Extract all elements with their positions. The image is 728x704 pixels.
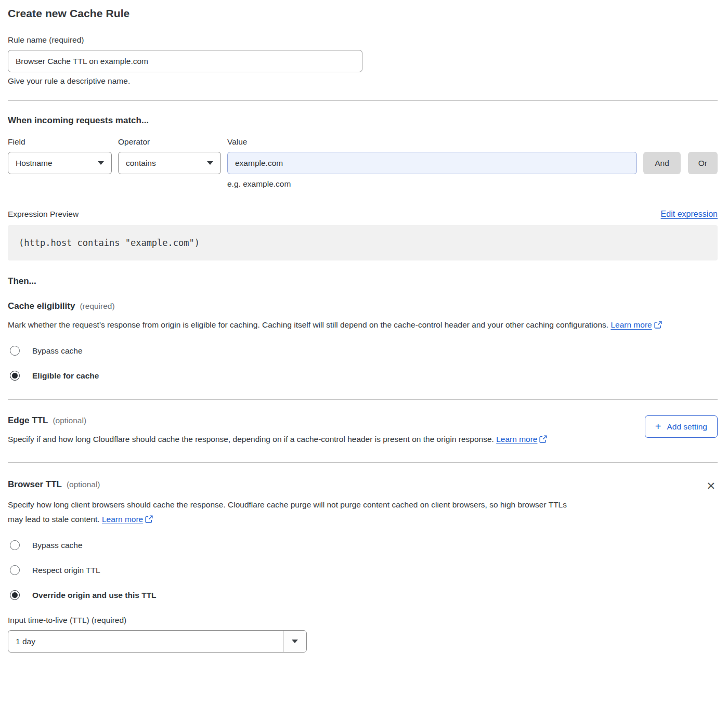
operator-select-value: contains [126, 159, 156, 168]
and-button[interactable]: And [643, 152, 681, 174]
ttl-select-value: 1 day [8, 631, 283, 652]
section-divider [8, 399, 718, 400]
external-link-icon [654, 319, 662, 333]
chevron-down-icon [207, 161, 213, 165]
chevron-down-icon [98, 161, 104, 165]
edge-ttl-qualifier: (optional) [53, 416, 86, 425]
field-select[interactable]: Hostname [8, 152, 112, 174]
close-icon[interactable]: ✕ [704, 479, 718, 492]
radio-label: Override origin and use this TTL [32, 591, 157, 600]
match-condition-row: Field Hostname Operator contains Value A… [8, 137, 718, 174]
edge-ttl-description-text: Specify if and how long Cloudflare shoul… [8, 435, 494, 444]
expression-code-block: (http.host contains "example.com") [8, 225, 718, 260]
browser-ttl-description-text: Specify how long client browsers should … [8, 500, 567, 524]
value-input[interactable] [227, 152, 637, 174]
radio-override-origin-ttl[interactable]: Override origin and use this TTL [10, 590, 718, 600]
edge-ttl-heading: Edge TTL [8, 415, 48, 426]
chevron-down-icon [283, 631, 306, 652]
radio-label: Bypass cache [32, 346, 83, 356]
cache-eligibility-radio-group: Bypass cache Eligible for cache [8, 346, 718, 381]
section-divider [8, 462, 718, 463]
rule-name-help: Give your rule a descriptive name. [8, 76, 718, 86]
ttl-input-group: Input time-to-live (TTL) (required) 1 da… [8, 616, 718, 653]
operator-label: Operator [118, 137, 221, 147]
rule-name-group: Rule name (required) Give your rule a de… [8, 35, 718, 86]
edit-expression-link[interactable]: Edit expression [661, 210, 718, 219]
match-section-heading: When incoming requests match... [8, 115, 718, 126]
field-select-value: Hostname [16, 159, 53, 168]
edge-ttl-heading-row: Edge TTL (optional) [8, 415, 547, 426]
plus-icon: + [655, 421, 661, 432]
radio-label: Bypass cache [32, 541, 83, 550]
radio-icon [10, 346, 20, 356]
field-group: Field Hostname [8, 137, 112, 174]
value-help-text: e.g. example.com [227, 179, 718, 189]
radio-icon [10, 540, 20, 550]
cache-eligibility-heading-row: Cache eligibility (required) [8, 301, 718, 311]
radio-bypass-cache[interactable]: Bypass cache [10, 540, 718, 550]
browser-ttl-radio-group: Bypass cache Respect origin TTL Override… [8, 540, 718, 600]
external-link-icon [145, 513, 153, 528]
browser-ttl-heading-row: Browser TTL (optional) [8, 479, 100, 490]
operator-select[interactable]: contains [118, 152, 221, 174]
cache-eligibility-learn-more-link[interactable]: Learn more [610, 320, 652, 329]
rule-name-input[interactable] [8, 50, 362, 72]
edge-ttl-section: Edge TTL (optional) Specify if and how l… [8, 415, 718, 448]
cache-eligibility-qualifier: (required) [80, 302, 114, 311]
ttl-input-label: Input time-to-live (TTL) (required) [8, 616, 718, 625]
browser-ttl-header: Browser TTL (optional) ✕ [8, 479, 718, 492]
add-setting-label: Add setting [667, 422, 707, 432]
radio-respect-origin-ttl[interactable]: Respect origin TTL [10, 565, 718, 575]
radio-icon [10, 371, 20, 381]
edge-ttl-text: Edge TTL (optional) Specify if and how l… [8, 415, 547, 448]
edge-ttl-learn-more-link[interactable]: Learn more [496, 435, 537, 444]
create-cache-rule-form: Create new Cache Rule Rule name (require… [0, 0, 728, 662]
cache-eligibility-heading: Cache eligibility [8, 301, 75, 311]
expression-preview-header: Expression Preview Edit expression [8, 210, 718, 219]
or-button[interactable]: Or [688, 152, 718, 174]
cache-eligibility-description-text: Mark whether the request’s response from… [8, 320, 608, 329]
radio-icon [10, 590, 20, 600]
radio-label: Eligible for cache [32, 371, 99, 381]
edge-ttl-description: Specify if and how long Cloudflare shoul… [8, 432, 547, 448]
operator-group: Operator contains [118, 137, 221, 174]
ttl-select[interactable]: 1 day [8, 630, 307, 653]
radio-icon [10, 565, 20, 575]
radio-bypass-cache[interactable]: Bypass cache [10, 346, 718, 356]
external-link-icon [539, 433, 547, 448]
radio-eligible-for-cache[interactable]: Eligible for cache [10, 371, 718, 381]
then-heading: Then... [8, 276, 718, 286]
cache-eligibility-description: Mark whether the request’s response from… [8, 318, 718, 333]
browser-ttl-learn-more-link[interactable]: Learn more [102, 515, 143, 524]
field-label: Field [8, 137, 112, 147]
page-title: Create new Cache Rule [8, 7, 718, 20]
browser-ttl-qualifier: (optional) [67, 480, 100, 489]
section-divider [8, 100, 718, 101]
browser-ttl-section: Browser TTL (optional) ✕ Specify how lon… [8, 479, 718, 653]
browser-ttl-heading: Browser TTL [8, 479, 62, 490]
expression-preview-label: Expression Preview [8, 210, 79, 219]
value-label: Value [227, 137, 637, 147]
radio-label: Respect origin TTL [32, 566, 100, 575]
rule-name-label: Rule name (required) [8, 35, 718, 45]
add-setting-button[interactable]: + Add setting [645, 415, 718, 438]
value-group: Value [227, 137, 637, 174]
browser-ttl-description: Specify how long client browsers should … [8, 498, 575, 528]
